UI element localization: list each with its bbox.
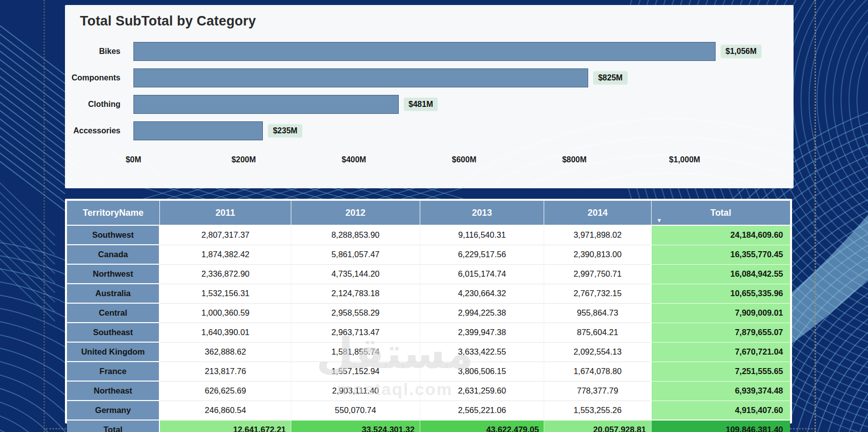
table-cell[interactable]: 7,879,655.07 [651, 323, 790, 342]
table-row: Northeast626,625.692,903,111.402,631,259… [67, 381, 790, 401]
table-cell[interactable]: 2,336,872.90 [159, 264, 291, 284]
table-cell[interactable]: 1,674,078.80 [544, 362, 651, 381]
row-label[interactable]: United Kingdom [67, 342, 159, 362]
table-cell[interactable]: 875,604.21 [544, 323, 651, 342]
total-cell[interactable]: 20,057,928.81 [544, 420, 651, 432]
bar-components[interactable] [133, 68, 588, 87]
table-cell[interactable]: 2,399,947.38 [420, 323, 544, 342]
background-decoration [0, 242, 55, 302]
table-row: Northwest2,336,872.904,735,144.206,015,1… [67, 264, 790, 284]
table-cell[interactable]: 2,124,783.18 [291, 284, 420, 303]
bar-chart-visual: Total SubTotal by Category Bikes$1,056MC… [65, 5, 794, 188]
table-cell[interactable]: 1,000,360.59 [159, 303, 291, 323]
table-cell[interactable]: 1,557,152.94 [291, 362, 420, 381]
table-cell[interactable]: 8,288,853.90 [291, 225, 420, 245]
table-row: Central1,000,360.592,958,558.292,994,225… [67, 303, 790, 323]
table-cell[interactable]: 626,625.69 [159, 381, 291, 401]
bar-clothing[interactable] [133, 95, 399, 114]
category-label: Bikes [65, 47, 133, 56]
table-cell[interactable]: 1,640,390.01 [159, 323, 291, 342]
row-label[interactable]: France [67, 362, 159, 381]
table-cell[interactable]: 2,631,259.60 [420, 381, 544, 401]
table-cell[interactable]: 24,184,609.60 [651, 225, 790, 245]
table-cell[interactable]: 246,860.54 [159, 401, 291, 420]
table-cell[interactable]: 16,084,942.55 [651, 264, 790, 284]
grand-total-cell[interactable]: 109,846,381.40 [651, 420, 790, 432]
table-cell[interactable]: 2,390,813.00 [544, 245, 651, 264]
column-header-2013[interactable]: 2013 [420, 201, 544, 225]
row-label[interactable]: Canada [67, 245, 159, 264]
column-header-2011[interactable]: 2011 [159, 201, 291, 225]
row-label[interactable]: Australia [67, 284, 159, 303]
table-cell[interactable]: 550,070.74 [291, 401, 420, 420]
table-cell[interactable]: 2,963,713.47 [291, 323, 420, 342]
table-cell[interactable]: 16,355,770.45 [651, 245, 790, 264]
data-label: $235M [268, 124, 302, 138]
row-label[interactable]: Germany [67, 401, 159, 420]
column-header-2014[interactable]: 2014 [544, 201, 651, 225]
total-cell[interactable]: 12,641,672.21 [159, 420, 291, 432]
table-cell[interactable]: 7,251,555.65 [651, 362, 790, 381]
total-cell[interactable]: 43,622,479.05 [420, 420, 544, 432]
table-cell[interactable]: 2,994,225.38 [420, 303, 544, 323]
bar-track: $1,056M [133, 42, 781, 61]
table-cell[interactable]: 4,230,664.32 [420, 284, 544, 303]
table-header-row: TerritoryName2011201220132014Total▼ [67, 201, 790, 225]
table-cell[interactable]: 2,092,554.13 [544, 342, 651, 362]
background-decoration [348, 173, 794, 188]
table-cell[interactable]: 1,874,382.42 [159, 245, 291, 264]
column-header-total[interactable]: Total▼ [651, 201, 790, 225]
column-header-territoryname[interactable]: TerritoryName [67, 201, 159, 225]
chart-title: Total SubTotal by Category [65, 5, 794, 29]
table-cell[interactable]: 1,553,255.26 [544, 401, 651, 420]
row-label[interactable]: Southwest [67, 225, 159, 245]
table-cell[interactable]: 7,909,009.01 [651, 303, 790, 323]
canvas-guide-left [43, 0, 45, 432]
x-axis-tick: $0M [125, 155, 141, 164]
table-cell[interactable]: 6,015,174.74 [420, 264, 544, 284]
table-cell[interactable]: 778,377.79 [544, 381, 651, 401]
row-label[interactable]: Northwest [67, 264, 159, 284]
table-cell[interactable]: 7,670,721.04 [651, 342, 790, 362]
axis-track: $0M$200M$400M$600M$800M$1,000M [133, 155, 781, 166]
table-cell[interactable]: 955,864.73 [544, 303, 651, 323]
table-cell[interactable]: 9,116,540.31 [420, 225, 544, 245]
table-cell[interactable]: 2,903,111.40 [291, 381, 420, 401]
category-label: Accessories [65, 126, 133, 135]
table-cell[interactable]: 4,915,407.60 [651, 401, 790, 420]
row-label[interactable]: Southeast [67, 323, 159, 342]
background-decoration [0, 185, 55, 245]
x-axis-tick: $400M [342, 155, 366, 164]
table-cell[interactable]: 2,767,732.15 [544, 284, 651, 303]
bar-accessories[interactable] [133, 121, 263, 140]
total-row: Total12,641,672.2133,524,301.3243,622,47… [67, 420, 790, 432]
bar-track: $481M [133, 95, 781, 114]
table-cell[interactable]: 5,861,057.47 [291, 245, 420, 264]
table-cell[interactable]: 2,997,750.71 [544, 264, 651, 284]
table-cell[interactable]: 4,735,144.20 [291, 264, 420, 284]
row-label[interactable]: Northeast [67, 381, 159, 401]
table-cell[interactable]: 213,817.76 [159, 362, 291, 381]
table-cell[interactable]: 3,971,898.02 [544, 225, 651, 245]
total-cell[interactable]: 33,524,301.32 [291, 420, 420, 432]
table-cell[interactable]: 6,939,374.48 [651, 381, 790, 401]
table-cell[interactable]: 6,229,517.56 [420, 245, 544, 264]
table-cell[interactable]: 2,565,221.06 [420, 401, 544, 420]
column-header-2012[interactable]: 2012 [291, 201, 420, 225]
table-cell[interactable]: 362,888.62 [159, 342, 291, 362]
bar-bikes[interactable] [133, 42, 716, 61]
bar-plot-area: Bikes$1,056MComponents$825MClothing$481M… [65, 42, 794, 140]
background-decoration [0, 195, 55, 255]
background-decoration [65, 175, 135, 188]
row-label[interactable]: Central [67, 303, 159, 323]
table-cell[interactable]: 2,958,558.29 [291, 303, 420, 323]
table-cell[interactable]: 10,655,335.96 [651, 284, 790, 303]
table-cell[interactable]: 1,581,855.74 [291, 342, 420, 362]
report-canvas: Total SubTotal by Category Bikes$1,056MC… [0, 0, 868, 432]
table-cell[interactable]: 2,807,317.37 [159, 225, 291, 245]
table-cell[interactable]: 3,633,422.55 [420, 342, 544, 362]
background-decoration [841, 0, 868, 226]
table-cell[interactable]: 1,532,156.31 [159, 284, 291, 303]
total-row-label[interactable]: Total [67, 420, 159, 432]
table-cell[interactable]: 3,806,506.15 [420, 362, 544, 381]
